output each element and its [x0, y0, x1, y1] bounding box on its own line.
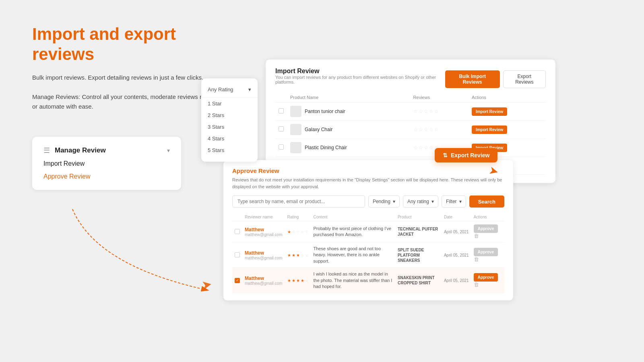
- rating-header-label: Any Rating: [208, 86, 233, 93]
- description-line-2: Manage Reviews: Control all your content…: [32, 93, 225, 110]
- row-checkbox[interactable]: [235, 252, 240, 257]
- import-row-stars: ☆☆☆☆☆: [410, 103, 469, 121]
- import-review-button[interactable]: Import Review: [472, 107, 507, 116]
- approve-table-row: Matthew matthew@gmail.com ★★★☆☆ These sh…: [232, 243, 504, 268]
- approve-row-reviewer: Matthew matthew@gmail.com: [242, 221, 285, 243]
- approve-table: Reviewer name Rating Content Product Dat…: [232, 213, 504, 293]
- approve-col-rating: Rating: [285, 213, 311, 221]
- reviewer-name: Matthew: [245, 227, 283, 232]
- approve-col-actions: Actions: [471, 213, 504, 221]
- delete-icon[interactable]: 🗑: [474, 282, 479, 288]
- approve-panel-desc: Reviews that do not meet your installati…: [232, 177, 504, 190]
- approve-filters: Pending ▾ Any rating ▾ Filter ▾ Search: [232, 195, 504, 208]
- status-filter-select[interactable]: Pending ▾: [368, 195, 400, 208]
- main-container: Import and export reviews Bulk import re…: [0, 0, 644, 362]
- approve-table-row: Matthew matthew@gmail.com ★☆☆☆☆ Probably…: [232, 221, 504, 243]
- star-icon: ☆: [413, 127, 418, 132]
- import-col-actions: Actions: [469, 93, 546, 103]
- approve-row-rating: ★★★☆☆: [285, 243, 311, 268]
- star-icon: ☆: [434, 127, 439, 132]
- chevron-down-icon: ▾: [167, 147, 170, 154]
- star-filled-icon: ★: [296, 278, 300, 283]
- bulk-import-button[interactable]: Bulk Import Reviews: [445, 70, 500, 88]
- approve-row-content: These shoes are good and not too heavy. …: [311, 243, 395, 268]
- approve-row-check[interactable]: [232, 243, 242, 268]
- review-date: April 05, 2021: [444, 253, 469, 257]
- import-col-product: Product Name: [287, 93, 410, 103]
- manage-review-title: Manage Review: [55, 146, 106, 154]
- row-checkbox[interactable]: [235, 229, 240, 234]
- rating-option-4[interactable]: 4 Stars: [201, 133, 258, 144]
- star-icon: ☆: [429, 127, 433, 132]
- approve-review-item[interactable]: Approve Review: [43, 167, 170, 180]
- import-row-action[interactable]: Import Review: [469, 121, 546, 139]
- approve-row-rating: ★★★★☆: [285, 268, 311, 293]
- approve-button[interactable]: Approve: [474, 273, 498, 282]
- export-review-float-button[interactable]: ⇅ Export Review: [435, 148, 497, 162]
- star-empty-icon: ☆: [296, 230, 300, 234]
- star-filled-icon: ★: [296, 253, 300, 257]
- approve-row-date: April 05, 2021: [442, 221, 471, 243]
- import-row-check[interactable]: [275, 121, 287, 139]
- import-review-item[interactable]: Import Review: [43, 154, 170, 167]
- approve-col-date: Date: [442, 213, 471, 221]
- review-content: These shoes are good and not too heavy. …: [314, 246, 381, 263]
- export-reviews-button[interactable]: Export Reviews: [503, 70, 546, 88]
- product-name: Panton tunior chair: [305, 109, 345, 114]
- reviewer-name: Matthew: [245, 250, 283, 256]
- rating-dropdown-header[interactable]: Any Rating ▾: [201, 84, 258, 98]
- rating-option-2[interactable]: 2 Stars: [201, 109, 258, 121]
- approve-table-row: ✓ Matthew matthew@gmail.com ★★★★☆ I wish…: [232, 268, 504, 293]
- reviewer-email: matthew@gmail.com: [245, 256, 283, 260]
- rating-option-5[interactable]: 5 Stars: [201, 144, 258, 156]
- approve-row-actions: Approve 🗑: [471, 243, 504, 268]
- star-icon: ☆: [434, 109, 439, 114]
- rating-filter-select[interactable]: Any rating ▾: [403, 195, 438, 208]
- delete-icon[interactable]: 🗑: [474, 256, 479, 262]
- approve-row-check[interactable]: ✓: [232, 268, 242, 293]
- manage-review-header[interactable]: ☰ Manage Review ▾: [43, 146, 170, 154]
- search-button[interactable]: Search: [469, 195, 504, 208]
- star-filled-icon: ★: [292, 278, 295, 283]
- product-image: [290, 124, 301, 135]
- approve-row-date: April 05, 2021: [442, 243, 471, 268]
- import-row-product: Galaxy Chair: [287, 121, 410, 139]
- star-empty-icon: ☆: [292, 230, 295, 234]
- product-label: TECHNICAL PUFFER JACKET: [398, 227, 438, 237]
- approve-row-rating: ★☆☆☆☆: [285, 221, 311, 243]
- status-chevron-icon: ▾: [393, 199, 395, 204]
- page-title: Import and export reviews: [32, 24, 225, 65]
- import-row-product: Panton tunior chair: [287, 103, 410, 121]
- delete-icon[interactable]: 🗑: [474, 233, 479, 239]
- import-row-check[interactable]: [275, 139, 287, 157]
- import-panel-header: Import Review You can import reviews for…: [275, 68, 546, 91]
- star-filled-icon: ★: [287, 278, 291, 283]
- import-review-button[interactable]: Import Review: [472, 125, 507, 134]
- approve-button[interactable]: Approve: [474, 248, 498, 256]
- row-checkbox[interactable]: ✓: [235, 278, 240, 283]
- import-col-check: [275, 93, 287, 103]
- star-icon: ☆: [424, 127, 428, 132]
- star-filled-icon: ★: [292, 253, 295, 257]
- star-icon: ☆: [413, 145, 418, 150]
- rating-option-1[interactable]: 1 Star: [201, 98, 258, 109]
- approve-row-product: SPLIT SUEDE PLATFORM SNEAKERS: [395, 243, 442, 268]
- import-row-action[interactable]: Import Review: [469, 103, 546, 121]
- search-input[interactable]: [232, 195, 365, 208]
- approve-row-content: I wish I looked as nice as the model in …: [311, 268, 395, 293]
- approve-button[interactable]: Approve: [474, 224, 498, 233]
- svg-marker-1: [202, 280, 212, 290]
- star-empty-icon: ☆: [301, 230, 304, 234]
- review-date: April 05, 2021: [444, 230, 469, 234]
- approve-col-product: Product: [395, 213, 442, 221]
- star-icon: ☆: [429, 145, 433, 150]
- star-icon: ☆: [413, 109, 418, 114]
- import-row-check[interactable]: [275, 103, 287, 121]
- review-content: I wish I looked as nice as the model in …: [314, 272, 392, 289]
- filter-select[interactable]: Filter ▾: [442, 195, 466, 208]
- import-row-product: Plastic Dining Chair: [287, 139, 410, 157]
- import-panel-title-block: Import Review You can import reviews for…: [275, 68, 445, 91]
- approve-row-check[interactable]: [232, 221, 242, 243]
- rating-option-3[interactable]: 3 Stars: [201, 121, 258, 133]
- product-label: SPLIT SUEDE PLATFORM SNEAKERS: [398, 248, 424, 263]
